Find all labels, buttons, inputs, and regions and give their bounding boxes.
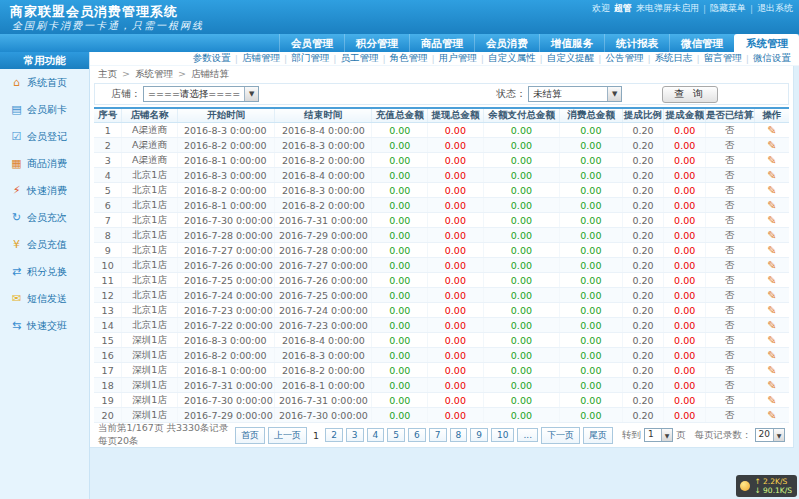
cell-r7-c9: 0.00	[664, 213, 706, 228]
page-button-3[interactable]: 3	[346, 428, 364, 442]
cell-r9-c5: 0.00	[428, 243, 484, 258]
sidebar-item-9[interactable]: ⇆快速交班	[0, 312, 89, 339]
page-button-2[interactable]: 2	[325, 428, 343, 442]
cell-r17-op: ✎	[754, 363, 789, 378]
chevron-down-icon[interactable]: ▼	[607, 87, 621, 101]
edit-pencil-icon[interactable]: ✎	[767, 184, 776, 197]
sidebar-item-0[interactable]: ⌂系统首页	[0, 69, 89, 96]
cell-r8-c0: 8	[94, 228, 122, 243]
subnav-link-5[interactable]: 用户管理	[439, 52, 477, 65]
page-button-7[interactable]: 7	[429, 428, 447, 442]
cell-r20-c6: 0.00	[483, 408, 559, 423]
breadcrumb-item-0[interactable]: 主页	[98, 66, 117, 82]
pagesize-select[interactable]: 20 ▼	[755, 428, 785, 442]
edit-pencil-icon[interactable]: ✎	[767, 229, 776, 242]
edit-pencil-icon[interactable]: ✎	[767, 214, 776, 227]
edit-pencil-icon[interactable]: ✎	[767, 244, 776, 257]
sidebar-item-7[interactable]: ⇄积分兑换	[0, 258, 89, 285]
nav-tab-5[interactable]: 统计报表	[604, 34, 669, 52]
page-button-5[interactable]: 5	[387, 428, 405, 442]
cell-r10-c10: 否	[706, 258, 755, 273]
page-button-...[interactable]: ...	[517, 428, 538, 442]
next-page-button[interactable]: 下一页	[541, 427, 580, 444]
points-exchange-icon: ⇄	[9, 265, 24, 278]
subnav-link-6[interactable]: 自定义属性	[488, 52, 536, 65]
nav-tab-0[interactable]: 会员管理	[279, 34, 344, 52]
logout-link[interactable]: 退出系统	[757, 2, 793, 15]
subnav-separator: |	[539, 53, 542, 64]
subnav-link-10[interactable]: 留言管理	[704, 52, 742, 65]
edit-pencil-icon[interactable]: ✎	[767, 394, 776, 407]
call-popup-status-link[interactable]: 来电弹屏未启用	[636, 2, 699, 15]
cell-r13-c8: 0.20	[622, 303, 664, 318]
cell-r14-op: ✎	[754, 318, 789, 333]
page-button-4[interactable]: 4	[367, 428, 385, 442]
subnav-link-4[interactable]: 角色管理	[390, 52, 428, 65]
edit-pencil-icon[interactable]: ✎	[767, 319, 776, 332]
edit-pencil-icon[interactable]: ✎	[767, 124, 776, 137]
edit-pencil-icon[interactable]: ✎	[767, 289, 776, 302]
subnav-link-11[interactable]: 微信设置	[753, 52, 791, 65]
cell-r20-op: ✎	[754, 408, 789, 423]
prev-page-button[interactable]: 上一页	[268, 427, 307, 444]
sidebar-item-8[interactable]: ✉短信发送	[0, 285, 89, 312]
edit-pencil-icon[interactable]: ✎	[767, 139, 776, 152]
sidebar-item-6[interactable]: ¥会员充值	[0, 231, 89, 258]
chevron-down-icon[interactable]: ▼	[244, 87, 258, 101]
cell-r15-c7: 0.00	[560, 333, 623, 348]
cell-r15-c3: 2016-8-4 0:00:00	[275, 333, 372, 348]
chevron-down-icon[interactable]: ▼	[661, 429, 672, 441]
breadcrumb-item-2: 店铺结算	[191, 66, 229, 82]
sidebar-item-1[interactable]: ▤会员刷卡	[0, 96, 89, 123]
edit-pencil-icon[interactable]: ✎	[767, 349, 776, 362]
sidebar-item-5[interactable]: ↻会员充次	[0, 204, 89, 231]
search-button[interactable]: 查 询	[662, 86, 718, 103]
cell-r2-c9: 0.00	[664, 138, 706, 153]
cell-r1-c2: 2016-8-3 0:00:00	[177, 123, 274, 138]
nav-tab-1[interactable]: 积分管理	[344, 34, 409, 52]
edit-pencil-icon[interactable]: ✎	[767, 304, 776, 317]
edit-pencil-icon[interactable]: ✎	[767, 334, 776, 347]
edit-pencil-icon[interactable]: ✎	[767, 379, 776, 392]
edit-pencil-icon[interactable]: ✎	[767, 199, 776, 212]
cell-r13-c9: 0.00	[664, 303, 706, 318]
first-page-button[interactable]: 首页	[235, 427, 265, 444]
breadcrumb-item-1[interactable]: 系统管理	[135, 66, 173, 82]
cell-r10-c6: 0.00	[483, 258, 559, 273]
status-filter-group: 状态： 未结算 ▼	[496, 86, 622, 102]
nav-tab-3[interactable]: 会员消费	[474, 34, 539, 52]
table-row: 18深圳1店2016-7-31 0:00:002016-8-1 0:00:000…	[94, 378, 789, 393]
status-select[interactable]: 未结算 ▼	[528, 86, 622, 102]
sidebar-item-4[interactable]: ⚡快速消费	[0, 177, 89, 204]
shop-select[interactable]: ====请选择==== ▼	[143, 86, 259, 102]
edit-pencil-icon[interactable]: ✎	[767, 274, 776, 287]
page-button-10[interactable]: 10	[491, 428, 514, 442]
subnav-link-7[interactable]: 自定义提醒	[547, 52, 595, 65]
page-button-9[interactable]: 9	[470, 428, 488, 442]
cell-r17-c7: 0.00	[560, 363, 623, 378]
subnav-link-1[interactable]: 店铺管理	[242, 52, 280, 65]
sidebar-item-2[interactable]: ☑会员登记	[0, 123, 89, 150]
subnav-link-9[interactable]: 系统日志	[655, 52, 693, 65]
edit-pencil-icon[interactable]: ✎	[767, 169, 776, 182]
page-button-6[interactable]: 6	[408, 428, 426, 442]
page-button-8[interactable]: 8	[450, 428, 468, 442]
upload-speed: ↑ 2.2K/S	[754, 477, 787, 486]
chevron-down-icon[interactable]: ▼	[773, 429, 784, 441]
nav-tab-2[interactable]: 商品管理	[409, 34, 474, 52]
edit-pencil-icon[interactable]: ✎	[767, 364, 776, 377]
last-page-button[interactable]: 尾页	[583, 427, 613, 444]
nav-tab-7[interactable]: 系统管理	[734, 34, 799, 52]
subnav-link-3[interactable]: 员工管理	[340, 52, 378, 65]
subnav-link-2[interactable]: 部门管理	[291, 52, 329, 65]
goto-page-select[interactable]: 1 ▼	[644, 428, 673, 442]
subnav-link-8[interactable]: 公告管理	[605, 52, 643, 65]
edit-pencil-icon[interactable]: ✎	[767, 154, 776, 167]
edit-pencil-icon[interactable]: ✎	[767, 409, 776, 422]
hide-menu-link[interactable]: 隐藏菜单	[710, 2, 746, 15]
edit-pencil-icon[interactable]: ✎	[767, 259, 776, 272]
nav-tab-4[interactable]: 增值服务	[539, 34, 604, 52]
nav-tab-6[interactable]: 微信管理	[669, 34, 734, 52]
subnav-link-0[interactable]: 参数设置	[193, 52, 231, 65]
sidebar-item-3[interactable]: ▦商品消费	[0, 150, 89, 177]
